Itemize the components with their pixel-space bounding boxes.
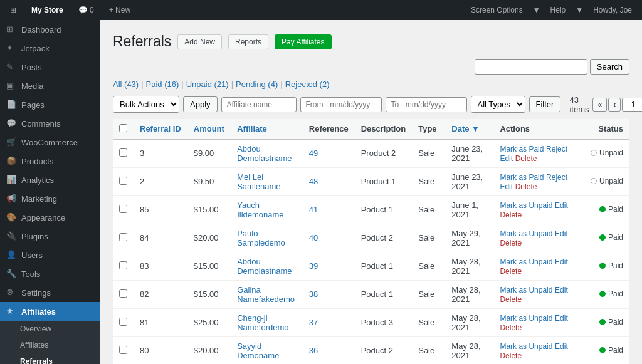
delete-action[interactable]: Delete — [500, 351, 522, 360]
bulk-actions-select[interactable]: Bulk Actions — [113, 96, 179, 113]
sidebar-item-plugins[interactable]: 🔌 Plugins — [0, 227, 100, 246]
add-new-button[interactable]: Add New — [177, 34, 222, 49]
referral-reference[interactable]: 48 — [303, 167, 355, 195]
mark-as-unpaid-action[interactable]: Mark as Unpaid — [500, 314, 552, 323]
col-header-id[interactable]: Referral ID — [134, 119, 187, 140]
edit-action[interactable]: Edit — [555, 314, 568, 323]
affiliate-link[interactable]: Galina Namefakedemo — [237, 285, 295, 304]
sidebar-item-comments[interactable]: 💬 Comments — [0, 114, 100, 133]
reference-link[interactable]: 39 — [309, 261, 318, 271]
row-checkbox[interactable] — [119, 346, 127, 354]
sidebar-subitem-affiliates[interactable]: Affiliates — [0, 337, 100, 353]
mark-as-unpaid-action[interactable]: Mark as Unpaid — [500, 342, 552, 351]
row-checkbox[interactable] — [119, 233, 127, 241]
affiliate-link[interactable]: Sayyid Demoname — [237, 341, 279, 360]
reject-action[interactable]: Reject — [546, 145, 567, 153]
referral-affiliate[interactable]: Abdou Demolastname — [231, 252, 303, 280]
edit-action[interactable]: Edit — [555, 229, 568, 238]
edit-action[interactable]: Edit — [555, 257, 568, 266]
from-date-input[interactable] — [300, 97, 382, 112]
delete-action[interactable]: Delete — [500, 239, 522, 247]
type-select[interactable]: All Types — [471, 96, 525, 113]
col-header-date[interactable]: Date ▼ — [445, 119, 493, 140]
reference-link[interactable]: 48 — [309, 177, 318, 186]
reference-link[interactable]: 41 — [309, 205, 318, 214]
referral-affiliate[interactable]: Abdou Demolastname — [231, 139, 303, 167]
edit-action[interactable]: Edit — [555, 201, 568, 210]
help-button[interactable]: Help — [545, 6, 571, 14]
pay-affiliates-button[interactable]: Pay Affiliates — [275, 34, 331, 49]
filter-paid[interactable]: Paid (16) — [146, 80, 179, 89]
sidebar-item-posts[interactable]: ✎ Posts — [0, 58, 100, 76]
delete-action[interactable]: Delete — [500, 295, 522, 304]
referral-affiliate[interactable]: Yauch Illdemoname — [231, 195, 303, 224]
sidebar-item-users[interactable]: 👤 Users — [0, 246, 100, 264]
edit-action[interactable]: Edit — [555, 342, 568, 351]
delete-action[interactable]: Delete — [500, 267, 522, 276]
referral-affiliate[interactable]: Paulo Sampledemo — [231, 224, 303, 252]
affiliate-link[interactable]: Yauch Illdemoname — [237, 200, 283, 219]
reference-link[interactable]: 49 — [309, 148, 318, 158]
sidebar-item-dashboard[interactable]: ⊞ Dashboard — [0, 20, 100, 39]
sidebar-item-products[interactable]: 📦 Products — [0, 152, 100, 170]
reference-link[interactable]: 37 — [309, 318, 318, 327]
referral-reference[interactable]: 41 — [303, 195, 355, 224]
filter-pending[interactable]: Pending (4) — [236, 80, 278, 89]
search-input[interactable] — [475, 59, 587, 75]
mark-as-unpaid-action[interactable]: Mark as Unpaid — [500, 286, 552, 294]
select-all-header[interactable] — [113, 119, 134, 140]
edit-action[interactable]: Edit — [555, 286, 568, 294]
affiliate-link[interactable]: Cheng-ji Namefordemo — [237, 313, 288, 332]
delete-action[interactable]: Delete — [500, 211, 522, 219]
reference-link[interactable]: 38 — [309, 289, 318, 299]
col-header-amount[interactable]: Amount — [187, 119, 231, 140]
wp-logo-icon[interactable]: ⊞ — [5, 6, 21, 14]
mark-as-paid-action[interactable]: Mark as Paid — [500, 145, 544, 153]
affiliate-link[interactable]: Abdou Demolastname — [237, 144, 292, 163]
referral-reference[interactable]: 49 — [303, 139, 355, 167]
referral-affiliate[interactable]: Mei Lei Samlename — [231, 167, 303, 195]
referral-affiliate[interactable]: Galina Namefakedemo — [231, 280, 303, 308]
affiliate-link[interactable]: Abdou Demolastname — [237, 257, 292, 276]
delete-action[interactable]: Delete — [500, 323, 522, 332]
row-checkbox[interactable] — [119, 289, 127, 298]
first-page-button[interactable]: « — [592, 98, 607, 112]
sidebar-item-settings[interactable]: ⚙ Settings — [0, 283, 100, 302]
screen-options-button[interactable]: Screen Options — [466, 6, 528, 14]
referral-reference[interactable]: 36 — [303, 336, 355, 364]
affiliate-link[interactable]: Paulo Sampledemo — [237, 229, 285, 247]
sidebar-item-pages[interactable]: 📄 Pages — [0, 95, 100, 114]
row-checkbox[interactable] — [119, 177, 127, 185]
filter-all[interactable]: All (43) — [113, 80, 139, 89]
mark-as-unpaid-action[interactable]: Mark as Unpaid — [500, 229, 552, 238]
mark-as-unpaid-action[interactable]: Mark as Unpaid — [500, 201, 552, 210]
select-all-checkbox[interactable] — [119, 124, 127, 132]
filter-button[interactable]: Filter — [529, 96, 561, 112]
sidebar-item-appearance[interactable]: 🎨 Appearance — [0, 208, 100, 227]
row-checkbox[interactable] — [119, 205, 127, 213]
referral-reference[interactable]: 39 — [303, 252, 355, 280]
referral-reference[interactable]: 40 — [303, 224, 355, 252]
reference-link[interactable]: 40 — [309, 233, 318, 242]
sidebar-item-media[interactable]: ▣ Media — [0, 76, 100, 95]
sidebar-item-jetpack[interactable]: ✦ Jetpack — [0, 39, 100, 58]
referral-affiliate[interactable]: Cheng-ji Namefordemo — [231, 308, 303, 336]
sidebar-subitem-referrals[interactable]: Referrals — [0, 353, 100, 364]
delete-action[interactable]: Delete — [515, 182, 537, 191]
prev-page-button[interactable]: ‹ — [608, 98, 621, 112]
sidebar-subitem-overview[interactable]: Overview — [0, 321, 100, 337]
to-date-input[interactable] — [386, 97, 467, 112]
affiliate-name-input[interactable] — [221, 97, 297, 112]
sidebar-item-analytics[interactable]: 📊 Analytics — [0, 170, 100, 189]
filter-unpaid[interactable]: Unpaid (21) — [186, 80, 229, 89]
edit-action[interactable]: Edit — [500, 182, 513, 191]
store-name[interactable]: My Store — [26, 6, 68, 14]
sidebar-item-marketing[interactable]: 📢 Marketing — [0, 189, 100, 208]
row-checkbox[interactable] — [119, 318, 127, 326]
referral-reference[interactable]: 38 — [303, 280, 355, 308]
new-content-button[interactable]: + New — [104, 6, 135, 14]
sidebar-item-woocommerce[interactable]: 🛒 WooCommerce — [0, 133, 100, 152]
mark-as-paid-action[interactable]: Mark as Paid — [500, 173, 544, 182]
mark-as-unpaid-action[interactable]: Mark as Unpaid — [500, 257, 552, 266]
comments-icon[interactable]: 💬 0 — [73, 6, 99, 14]
